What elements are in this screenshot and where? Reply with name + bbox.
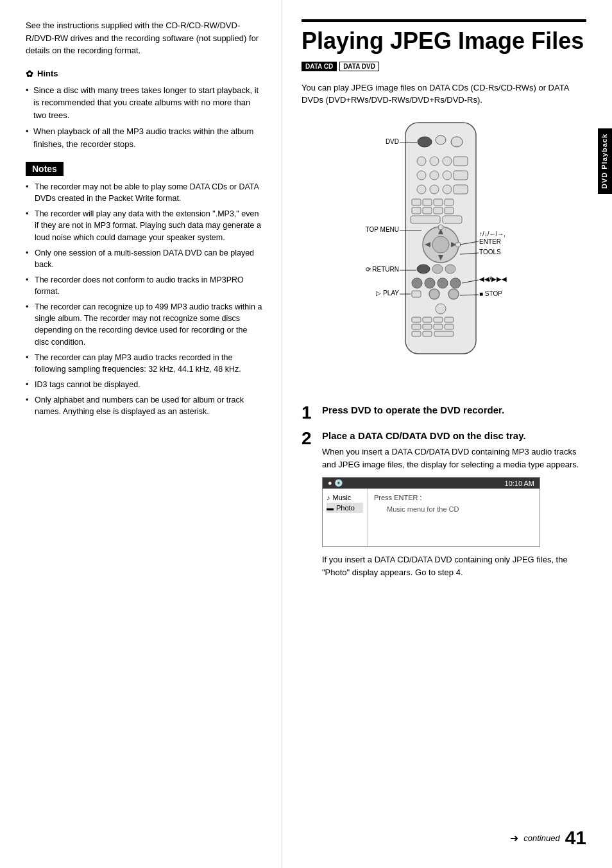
svg-rect-22 [434,207,443,214]
svg-point-42 [429,289,439,299]
svg-rect-48 [445,317,454,322]
svg-rect-7 [454,157,468,166]
music-menu-text: Music menu for the CD [387,505,533,513]
side-tab: DVD Playback [598,128,612,194]
disc-icon: ● 💿 [328,479,343,487]
hints-section: ✿ Hints Since a disc with many trees tak… [26,69,262,151]
step-1-number: 1 [302,404,316,422]
svg-rect-55 [434,331,454,336]
svg-rect-41 [412,291,421,297]
page-title: Playing JPEG Image Files [302,19,586,54]
svg-point-14 [443,185,452,194]
svg-rect-11 [454,171,468,180]
step-2: 2 Place a DATA CD/DATA DVD on the disc t… [302,430,586,579]
svg-rect-18 [434,199,443,205]
svg-rect-50 [423,324,432,329]
svg-point-3 [451,137,463,147]
note-item: The recorder does not conform to audio t… [26,274,262,297]
steps-section: 1 Press DVD to operate the DVD recorder.… [302,404,586,579]
continued-arrow: ➜ [510,832,518,844]
note-item: ID3 tags cannot be displayed. [26,379,262,390]
display-header-left: ● 💿 [328,479,343,487]
note-item: The recorder may not be able to play som… [26,181,262,204]
page-footer: ➜ continued 41 [510,827,586,849]
remote-svg: DVD TOP MENU ⟳ RETURN ▷ PLAY ↑/↓/←/→, EN… [335,119,553,389]
step-1-content: Press DVD to operate the DVD recorder. [322,404,586,421]
svg-rect-23 [445,207,454,214]
svg-point-10 [443,171,452,180]
svg-rect-52 [445,324,454,329]
disc-badges: DATA CD DATA DVD [302,62,586,71]
svg-point-5 [430,157,439,166]
svg-text:TOOLS: TOOLS [479,248,501,256]
note-item: The recorder can recognize up to 499 MP3… [26,301,262,348]
svg-point-38 [425,278,435,288]
note-item: The recorder will play any data with the… [26,208,262,243]
svg-rect-24 [411,216,440,223]
svg-point-44 [436,304,446,314]
svg-rect-20 [412,207,421,214]
display-mockup: ● 💿 10:10 AM ♪ Music ▬ [322,477,540,547]
display-main: Press ENTER : Music menu for the CD [368,489,540,546]
svg-rect-21 [423,207,432,214]
svg-point-39 [438,278,448,288]
svg-rect-45 [412,317,421,322]
page-number: 41 [565,827,586,849]
svg-rect-16 [412,199,421,205]
note-item: Only one session of a multi-session DATA… [26,247,262,270]
svg-text:⟳ RETURN: ⟳ RETURN [366,266,399,273]
svg-point-40 [450,278,461,288]
intro-text: See the instructions supplied with the C… [26,19,262,57]
right-column: Playing JPEG Image Files DATA CD DATA DV… [282,0,612,868]
svg-point-35 [432,265,443,273]
hints-title: ✿ Hints [26,69,262,79]
page: DVD Playback See the instructions suppli… [0,0,612,868]
step-2-number: 2 [302,430,316,447]
display-body: ♪ Music ▬ Photo Press ENTER : Mus [323,489,540,546]
svg-rect-25 [443,216,462,223]
svg-point-33 [455,242,461,247]
svg-point-13 [430,185,439,194]
hints-list: Since a disc with many trees takes longe… [26,84,262,151]
svg-text:TOP MENU: TOP MENU [366,226,399,233]
hint-item: Since a disc with many trees takes longe… [26,84,262,122]
svg-rect-49 [412,324,421,329]
note-item: Only alphabet and numbers can be used fo… [26,394,262,417]
svg-rect-53 [412,331,421,336]
svg-text:▷ PLAY: ▷ PLAY [376,290,399,297]
svg-text:DVD: DVD [386,138,399,145]
remote-diagram: DVD TOP MENU ⟳ RETURN ▷ PLAY ↑/↓/←/→, EN… [335,119,553,391]
continued-text: continued [523,833,559,843]
badge-data-dvd: DATA DVD [339,62,379,71]
svg-rect-19 [445,199,454,205]
svg-point-32 [438,225,443,230]
hints-icon: ✿ [26,69,33,79]
hint-item: When playback of all the MP3 audio track… [26,125,262,150]
svg-point-1 [418,137,432,147]
bottom-note: If you insert a DATA CD/DATA DVD contain… [322,553,586,578]
svg-point-43 [448,289,459,299]
step-2-content: Place a DATA CD/DATA DVD on the disc tra… [322,430,586,579]
svg-rect-51 [434,324,443,329]
svg-rect-46 [423,317,432,322]
svg-point-6 [443,157,452,166]
notes-list: The recorder may not be able to play som… [26,181,262,417]
display-header: ● 💿 10:10 AM [323,478,540,489]
left-column: See the instructions supplied with the C… [0,0,282,868]
svg-point-37 [412,278,422,288]
display-menu-music: ♪ Music [327,492,363,503]
svg-point-9 [430,171,439,180]
step-1: 1 Press DVD to operate the DVD recorder. [302,404,586,422]
display-time: 10:10 AM [505,480,534,487]
svg-text:↑/↓/←/→,: ↑/↓/←/→, [479,230,506,238]
press-enter-text: Press ENTER : [374,494,533,501]
svg-point-34 [417,265,430,273]
notes-header: Notes [26,162,64,176]
svg-point-4 [417,157,426,166]
svg-text:◀◀/▶▶◀: ◀◀/▶▶◀ [479,275,507,282]
svg-text:■ STOP: ■ STOP [479,290,502,297]
notes-section: Notes The recorder may not be able to pl… [26,162,262,417]
svg-rect-17 [423,199,432,205]
display-sidebar: ♪ Music ▬ Photo [323,489,368,546]
description-text: You can play JPEG image files on DATA CD… [302,82,586,107]
